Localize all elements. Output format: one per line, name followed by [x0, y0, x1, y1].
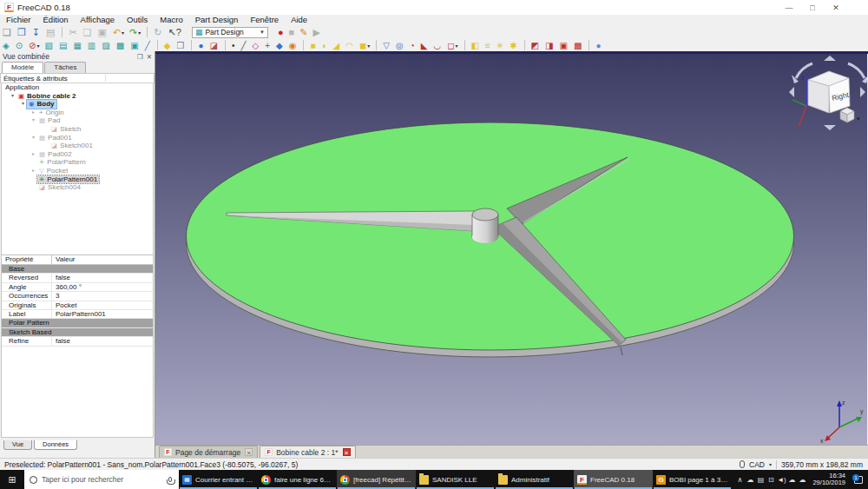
view-left-button[interactable]: ▣: [128, 39, 141, 51]
subtractive-loft-button[interactable]: ◣: [419, 39, 431, 51]
expander-icon[interactable]: ▸: [30, 167, 37, 175]
tab-bobine-cable-2[interactable]: F Bobine cable 2 : 1* ✕: [260, 446, 355, 458]
start-button[interactable]: ⊞: [0, 470, 24, 489]
view-top-button[interactable]: ▦: [71, 39, 83, 51]
create-part-button[interactable]: ◆: [162, 39, 174, 51]
multitransform-button[interactable]: ✱: [508, 39, 519, 51]
model-bobine[interactable]: [187, 122, 794, 357]
property-row[interactable]: Reversed false: [2, 274, 153, 282]
paste-button[interactable]: ▣: [95, 26, 108, 38]
tray-onedrive-icon[interactable]: ☁: [786, 476, 797, 484]
tree-item-pad002[interactable]: ▸ Pad002: [2, 150, 153, 159]
undo-button[interactable]: ↶ ▾: [111, 26, 126, 38]
close-tab-icon[interactable]: ✕: [245, 448, 253, 456]
macro-record-button[interactable]: ●: [276, 26, 286, 38]
groove-button[interactable]: ◔: [408, 39, 418, 51]
menu-item[interactable]: Fenêtre: [244, 15, 285, 25]
property-row[interactable]: Label PolarPattern001: [2, 310, 153, 319]
property-row[interactable]: Refine false: [2, 337, 153, 346]
close-button[interactable]: ✕: [828, 3, 844, 12]
tree-item-sketch[interactable]: Sketch: [2, 125, 153, 134]
dock-close-icon[interactable]: ✕: [147, 53, 152, 61]
tab-donnees[interactable]: Données: [34, 440, 77, 450]
tray-volume-icon[interactable]: ◄): [776, 476, 786, 484]
redo-button[interactable]: ↷ ▾: [128, 26, 142, 38]
nav-style-selector[interactable]: CAD: [749, 460, 765, 469]
expander-icon[interactable]: ▾: [9, 92, 16, 101]
create-group-button[interactable]: ❒: [174, 39, 187, 51]
taskbar-chrome-1[interactable]: faire une ligne 60° f...: [258, 470, 337, 489]
view-right-button[interactable]: ▥: [86, 39, 98, 51]
clone-button[interactable]: ◉: [287, 39, 299, 51]
whats-this-button[interactable]: ↖?: [167, 26, 184, 38]
tree-item-sketch004[interactable]: Sketch004: [2, 183, 153, 192]
tree-item-polarpattern[interactable]: PolarPattern: [2, 158, 153, 167]
dock-float-icon[interactable]: ❐: [137, 53, 143, 61]
view-bottom-button[interactable]: ▩: [115, 39, 127, 51]
subtractive-pipe-button[interactable]: ◡: [431, 39, 444, 51]
menu-item[interactable]: Fichier: [0, 15, 37, 25]
mirrored-button[interactable]: ◧: [470, 39, 482, 51]
tree-item-pad001[interactable]: ▾ Pad001: [2, 134, 153, 142]
tree-item-pad[interactable]: ▾ Pad: [2, 116, 153, 125]
expander-icon[interactable]: ▸: [30, 150, 37, 159]
datum-plane-button[interactable]: ◇: [250, 39, 261, 51]
expander-icon[interactable]: ▾: [30, 116, 37, 125]
hole-button[interactable]: ◎: [394, 39, 406, 51]
tray-display-icon[interactable]: ⊡: [766, 476, 776, 484]
maximize-button[interactable]: □: [805, 3, 820, 12]
taskbar-freecad[interactable]: FreeCAD 0.18: [574, 470, 653, 489]
open-file-button[interactable]: ❒: [16, 26, 29, 38]
zoom-button[interactable]: ⊙: [14, 39, 25, 51]
property-row[interactable]: Polar Pattern: [2, 319, 153, 327]
property-row[interactable]: Angle 360,00 °: [2, 283, 153, 292]
taskbar-search[interactable]: Taper ici pour rechercher: [24, 470, 179, 489]
shape-binder-button[interactable]: ◆: [274, 39, 286, 51]
minimize-button[interactable]: —: [781, 3, 797, 12]
microphone-icon[interactable]: [168, 477, 172, 482]
expander-icon[interactable]: ▾: [19, 100, 27, 109]
fit-all-button[interactable]: ◈: [1, 39, 12, 51]
tree-item-polarpattern001[interactable]: PolarPattern001: [2, 175, 153, 184]
tray-expand-icon[interactable]: ∧: [734, 476, 745, 484]
3d-viewport[interactable]: Right z ▾ z y: [155, 51, 868, 445]
cut-button[interactable]: ✂: [67, 26, 79, 38]
datum-point-button[interactable]: •: [230, 39, 238, 51]
expander-icon[interactable]: ▾: [30, 134, 37, 142]
copy-button[interactable]: ❑: [82, 26, 95, 38]
macro-stop-button[interactable]: ■: [287, 26, 297, 38]
print-button[interactable]: ▤: [44, 26, 57, 38]
boolean-cut-button[interactable]: ◨: [543, 39, 556, 51]
macro-play-button[interactable]: ▶: [311, 26, 321, 38]
tab-taches[interactable]: Tâches: [44, 62, 86, 73]
notification-center-button[interactable]: 1: [851, 476, 866, 484]
tree-item-bobine-cable-2[interactable]: ▾ Bobine cable 2: [2, 92, 153, 101]
tray-battery-icon[interactable]: ▤: [755, 476, 766, 484]
view-front-button[interactable]: ▤: [57, 39, 69, 51]
taskbar-outlook[interactable]: Courrier entrant - R...: [179, 470, 258, 489]
tray-onedrive2-icon[interactable]: ☁: [797, 476, 807, 484]
create-body-button[interactable]: ●: [196, 39, 206, 51]
local-cs-button[interactable]: +: [263, 39, 273, 51]
menu-item[interactable]: Part Design: [189, 15, 245, 25]
linear-pattern-button[interactable]: ≡: [483, 39, 493, 51]
property-row[interactable]: Occurrences 3: [2, 292, 153, 301]
macro-edit-button[interactable]: ✎: [298, 26, 309, 38]
nav-menu-caret-icon[interactable]: ▾: [857, 116, 860, 122]
tree-item-sketch001[interactable]: Sketch001: [2, 142, 153, 150]
create-sketch-button[interactable]: ◪: [207, 39, 220, 51]
tab-start-page[interactable]: F Page de démarrage ✕: [159, 446, 258, 458]
datum-line-button[interactable]: ╱: [239, 39, 248, 51]
taskbar-bobi[interactable]: BOBI page 1 à 3 - C...: [653, 470, 732, 489]
pad-button[interactable]: ■: [308, 39, 318, 51]
revolution-button[interactable]: ◗: [319, 39, 329, 51]
taskbar-clock[interactable]: 16:34 29/10/2019: [808, 472, 850, 486]
tree-item-origin[interactable]: ▸ Origin: [2, 109, 153, 117]
polar-pattern-button[interactable]: ✳: [495, 39, 506, 51]
close-tab-icon[interactable]: ✕: [343, 448, 351, 456]
tree-item-pocket[interactable]: ▸ Pocket: [2, 167, 153, 175]
property-row[interactable]: Originals Pocket: [2, 301, 153, 310]
chevron-down-icon[interactable]: ▾: [769, 461, 772, 467]
property-row[interactable]: Base: [2, 265, 153, 274]
menu-item[interactable]: Édition: [37, 15, 75, 25]
